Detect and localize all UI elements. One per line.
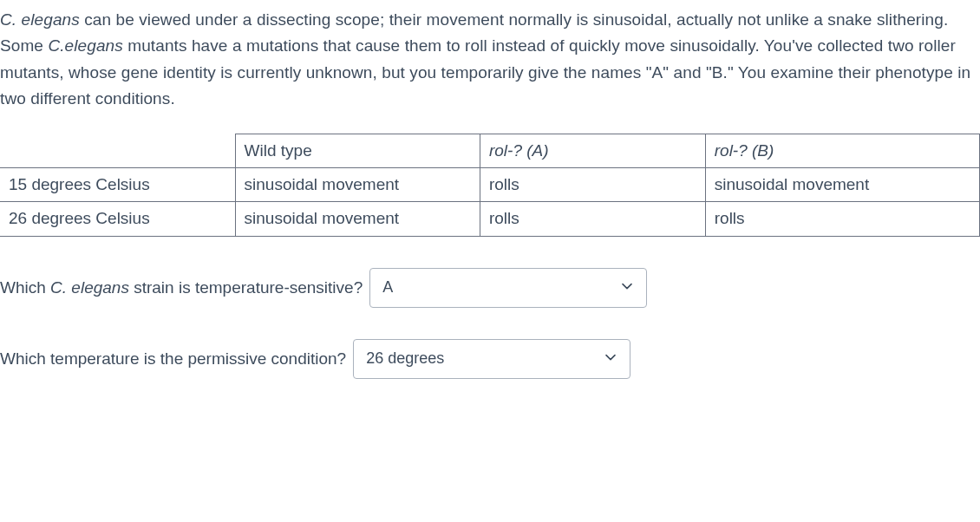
question-1-text: Which C. elegans strain is temperature-s…: [0, 275, 363, 301]
strain-dropdown[interactable]: A: [369, 268, 647, 308]
question-2-row: Which temperature is the permissive cond…: [0, 339, 980, 379]
species-name-2: C.elegans: [48, 36, 122, 55]
temperature-dropdown-value: 26 degrees: [366, 346, 444, 371]
table-cell: rolls: [480, 167, 705, 201]
table-cell: sinusoidal movement: [705, 167, 979, 201]
table-cell: Wild type: [235, 134, 480, 167]
chevron-down-icon: [604, 346, 617, 371]
strain-dropdown-value: A: [382, 275, 393, 300]
table-row: 15 degrees Celsius sinusoidal movement r…: [0, 167, 980, 201]
table-cell: rol-? (A): [480, 134, 705, 167]
table-row: Wild type rol-? (A) rol-? (B): [0, 134, 980, 167]
table-cell: 26 degrees Celsius: [0, 202, 235, 236]
question-1-row: Which C. elegans strain is temperature-s…: [0, 268, 980, 308]
table-cell: rolls: [480, 202, 705, 236]
table-cell: rolls: [705, 202, 979, 236]
table-cell: rol-? (B): [705, 134, 979, 167]
chevron-down-icon: [620, 275, 634, 300]
paragraph-text-2: mutants have a mutations that cause them…: [0, 36, 970, 108]
question-2-text: Which temperature is the permissive cond…: [0, 346, 346, 372]
question-paragraph: C. elegans can be viewed under a dissect…: [0, 7, 980, 113]
table-cell: 15 degrees Celsius: [0, 167, 235, 201]
table-row: 26 degrees Celsius sinusoidal movement r…: [0, 202, 980, 236]
table-cell: sinusoidal movement: [235, 202, 480, 236]
temperature-dropdown[interactable]: 26 degrees: [353, 339, 630, 379]
species-name-1: C. elegans: [0, 10, 80, 29]
phenotype-table: Wild type rol-? (A) rol-? (B) 15 degrees…: [0, 134, 980, 237]
table-cell: [0, 134, 235, 167]
table-cell: sinusoidal movement: [235, 167, 480, 201]
